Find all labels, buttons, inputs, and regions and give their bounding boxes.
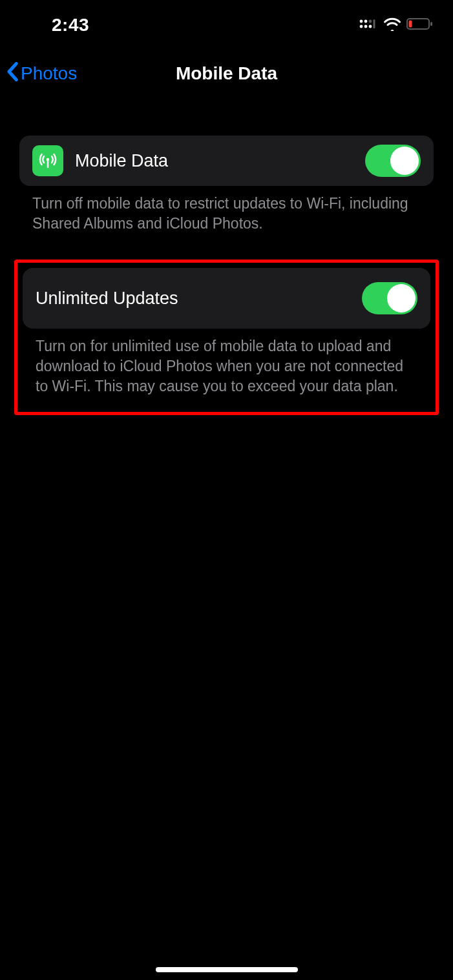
svg-point-2 — [369, 20, 372, 23]
content: Mobile Data Turn off mobile data to rest… — [0, 97, 453, 415]
mobile-data-footer: Turn off mobile data to restrict updates… — [19, 186, 434, 234]
mobile-data-toggle[interactable] — [365, 145, 421, 177]
svg-point-3 — [360, 25, 363, 28]
status-time: 2:43 — [19, 15, 89, 36]
page-title: Mobile Data — [176, 63, 277, 84]
svg-rect-6 — [374, 19, 375, 28]
back-button[interactable]: Photos — [6, 62, 77, 86]
svg-point-5 — [369, 25, 372, 28]
unlimited-updates-label: Unlimited Updates — [36, 289, 350, 309]
mobile-data-label: Mobile Data — [75, 151, 353, 171]
svg-point-1 — [364, 20, 368, 23]
unlimited-updates-row: Unlimited Updates — [23, 268, 430, 329]
wifi-icon — [383, 17, 401, 34]
svg-point-0 — [360, 20, 363, 23]
chevron-left-icon — [6, 62, 18, 86]
highlight-annotation: Unlimited Updates Turn on for unlimited … — [14, 260, 439, 415]
unlimited-updates-toggle[interactable] — [362, 282, 417, 314]
status-bar: 2:43 — [0, 0, 453, 45]
battery-icon — [406, 17, 434, 33]
cellular-icon — [359, 17, 378, 33]
unlimited-updates-footer: Turn on for unlimited use of mobile data… — [21, 329, 432, 396]
toggle-knob — [390, 147, 419, 175]
cellular-app-icon — [32, 145, 63, 176]
mobile-data-row: Mobile Data — [19, 136, 434, 186]
svg-rect-9 — [409, 21, 412, 28]
status-icons — [359, 17, 434, 34]
home-indicator[interactable] — [156, 967, 298, 972]
toggle-knob — [387, 284, 416, 312]
svg-rect-8 — [430, 22, 432, 26]
back-label: Photos — [21, 63, 77, 84]
svg-point-4 — [364, 25, 368, 28]
nav-bar: Photos Mobile Data — [0, 45, 453, 97]
